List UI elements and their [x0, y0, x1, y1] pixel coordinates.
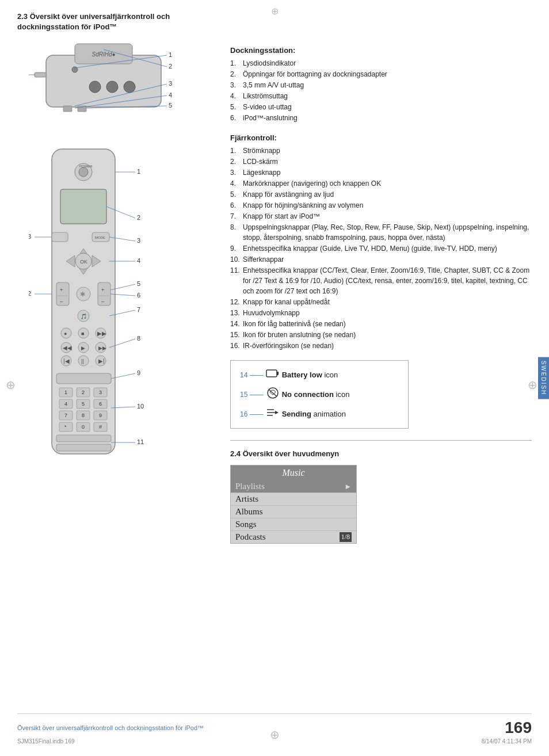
svg-text:6: 6: [137, 292, 140, 299]
svg-text:3: 3: [169, 80, 172, 87]
svg-text:5: 5: [169, 102, 172, 109]
svg-text:–: –: [60, 299, 63, 304]
list-item: 9.Enhetsspecifika knappar (Guide, Live T…: [230, 243, 532, 254]
swedish-tab: SWEDISH: [538, 357, 549, 399]
svg-text:#: #: [99, 424, 102, 430]
svg-rect-8: [63, 106, 72, 112]
svg-text:+: +: [60, 287, 63, 293]
menu-title: Music: [231, 465, 356, 480]
svg-rect-26: [60, 189, 106, 224]
list-item: 3.3,5 mm A/V ut-uttag: [230, 80, 532, 90]
svg-rect-94: [56, 444, 111, 451]
svg-point-5: [106, 81, 118, 93]
list-item: 13.Huvudvolymknapp: [230, 308, 532, 318]
docking-diagram-area: SdRIHd● 1: [29, 38, 213, 132]
svg-text:8: 8: [82, 413, 85, 418]
footer-meta-right: 8/14/07 4:11:34 PM: [482, 738, 532, 744]
icon-num-15: 15 ——: [240, 391, 264, 399]
no-connection-icon: [264, 387, 282, 402]
right-column: Dockningsstation: 1.Lysdiodsindikator 2.…: [224, 12, 532, 702]
list-item: 8.Uppspelningsknappar (Play, Rec, Stop, …: [230, 222, 532, 243]
remote-control-svg: POWER MODE MAIN VOL: [29, 143, 155, 471]
main-content: 2.3 Översikt över universalfjärrkontroll…: [17, 12, 532, 702]
icon-num-14: 14 ——: [240, 371, 264, 379]
list-item: 4.Likströmsuttag: [230, 91, 532, 101]
svg-text:0: 0: [82, 424, 85, 430]
svg-text:◀◀: ◀◀: [63, 345, 72, 351]
svg-text:||: ||: [81, 358, 84, 364]
svg-text:🎵: 🎵: [81, 313, 87, 320]
svg-text:1: 1: [169, 51, 172, 58]
battery-low-label: Battery low icon: [282, 371, 338, 379]
svg-text:■: ■: [81, 331, 84, 337]
svg-text:5: 5: [137, 280, 140, 287]
list-item: 5.S-video ut-uttag: [230, 102, 532, 112]
svg-text:3: 3: [99, 390, 102, 395]
list-item: 3.Lägesknapp: [230, 167, 532, 178]
svg-text:4: 4: [137, 257, 140, 264]
menu-item-podcasts: Podcasts 1/8: [231, 531, 356, 543]
right-content: Dockningsstation: 1.Lysdiodsindikator 2.…: [230, 46, 532, 544]
docking-station-svg: SdRIHd● 1: [29, 38, 196, 130]
svg-text:|◀: |◀: [63, 358, 70, 364]
print-mark-right: ⊕: [528, 378, 537, 392]
list-item: 6.Knapp för höjning/sänkning av volymen: [230, 200, 532, 211]
menu-item-songs: Songs: [231, 518, 356, 531]
svg-text:2: 2: [169, 63, 172, 70]
svg-text:8: 8: [137, 335, 140, 342]
svg-text:4: 4: [64, 401, 67, 407]
svg-text:5: 5: [82, 401, 85, 407]
svg-text:–: –: [101, 299, 104, 304]
svg-text:10: 10: [137, 403, 144, 410]
footer-meta-left: SJM315Final.indb 169: [17, 738, 75, 744]
svg-text:▶: ▶: [81, 345, 85, 351]
svg-text:SdRIHd●: SdRIHd●: [92, 51, 115, 58]
svg-point-4: [89, 81, 101, 93]
svg-text:9: 9: [137, 369, 140, 376]
list-item: 15.Ikon för bruten anslutning (se nedan): [230, 330, 532, 340]
svg-rect-31: [52, 232, 68, 242]
svg-text:9: 9: [99, 413, 102, 418]
list-item: 14.Ikon för låg batterinivå (se nedan): [230, 319, 532, 329]
list-item: 7.Knapp för start av iPod™: [230, 211, 532, 222]
icon-reference-box: 14 —— Battery low icon 15 ——: [230, 360, 409, 429]
svg-text:12: 12: [29, 290, 31, 297]
list-item: 4.Markörknapper (navigering) och knappen…: [230, 178, 532, 189]
list-item: 10.Sifferknappar: [230, 254, 532, 265]
svg-text:13: 13: [29, 233, 31, 240]
svg-text:▶▶: ▶▶: [97, 330, 106, 337]
svg-text:11: 11: [137, 438, 144, 445]
list-item: 2.LCD-skärm: [230, 156, 532, 167]
svg-rect-68: [56, 373, 111, 384]
svg-marker-128: [275, 411, 279, 414]
docking-list: 1.Lysdiodsindikator 2.Öppningar för bort…: [230, 58, 532, 123]
svg-rect-7: [35, 72, 46, 77]
svg-text:2: 2: [82, 390, 85, 395]
section-23-heading: 2.3 Översikt över universalfjärrkontroll…: [17, 12, 213, 32]
page-container: ⊕ 2.3 Översikt över universalfjärrkontro…: [0, 0, 549, 756]
menu-screen: Music Playlists ► Artists Albums: [230, 465, 357, 544]
list-item: 11.Enhetsspecifika knappar (CC/Text, Cle…: [230, 265, 532, 296]
left-column: 2.3 Översikt över universalfjärrkontroll…: [17, 12, 213, 702]
print-mark-bottom: ⊕: [270, 728, 280, 742]
page-number: 169: [505, 719, 532, 737]
svg-text:MODE: MODE: [95, 236, 105, 239]
section-24-heading: 2.4 Översikt över huvudmenyn: [230, 449, 532, 459]
svg-text:OK: OK: [80, 259, 87, 265]
remote-section-title: Fjärrkontroll:: [230, 133, 532, 142]
remote-list: 1.Strömknapp 2.LCD-skärm 3.Lägesknapp 4.…: [230, 146, 532, 351]
icon-row-15: 15 —— No connection icon: [240, 387, 399, 402]
list-item: 6.iPod™-anslutning: [230, 113, 532, 123]
svg-text:+: +: [101, 287, 104, 293]
sending-icon: [264, 407, 282, 421]
menu-item-artists: Artists: [231, 493, 356, 506]
svg-text:7: 7: [137, 306, 140, 313]
svg-rect-93: [56, 435, 111, 442]
svg-text:2: 2: [137, 214, 140, 221]
list-item: 2.Öppningar för borttagning av docknings…: [230, 69, 532, 79]
docking-section-title: Dockningsstation:: [230, 46, 532, 55]
section-divider: [230, 440, 532, 441]
svg-rect-121: [266, 370, 277, 377]
svg-text:1: 1: [64, 390, 67, 395]
icon-num-16: 16 ——: [240, 410, 264, 418]
